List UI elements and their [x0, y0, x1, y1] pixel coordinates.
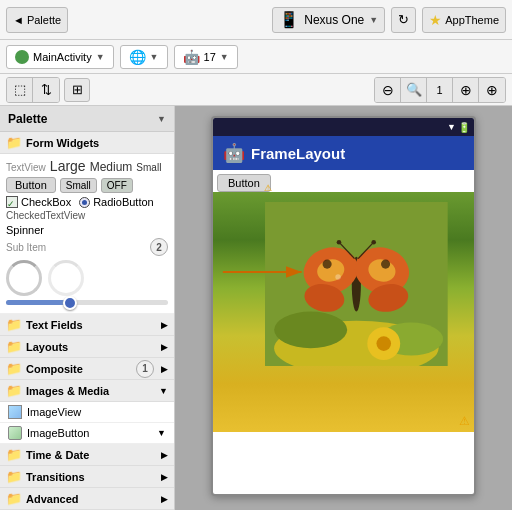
section-form-widgets[interactable]: 📁 Form Widgets [0, 132, 174, 154]
progress-bar-widget [6, 300, 168, 305]
zoom-in-btn[interactable]: ⊕ [479, 78, 505, 102]
svg-point-12 [323, 260, 332, 269]
canvas-button[interactable]: Button ⚠ [217, 174, 271, 192]
android-icon: 🤖 [183, 49, 200, 65]
grid-icon: ⊞ [72, 82, 83, 97]
svg-point-13 [336, 274, 341, 279]
apptheme-btn[interactable]: ★ AppTheme [422, 7, 506, 33]
section-images-media-label: Images & Media [26, 385, 109, 397]
canvas-content: Button ⚠ [213, 170, 474, 492]
back-arrow-icon: ◄ [13, 14, 24, 26]
checkbox-label: CheckBox [21, 196, 71, 208]
apptheme-label: AppTheme [445, 14, 499, 26]
section-advanced[interactable]: 📁 Advanced ▶ [0, 488, 174, 510]
section-images-media[interactable]: 📁 Images & Media ▼ [0, 380, 174, 402]
zoom-out-icon: ⊖ [382, 82, 394, 98]
star-icon: ★ [429, 12, 442, 28]
checked-textview-row: CheckedTextView [6, 210, 168, 221]
globe-icon: 🌐 [129, 49, 146, 65]
zoom-out-btn[interactable]: ⊖ [375, 78, 401, 102]
canvas-area[interactable]: ▼ 🔋 🤖 FrameLayout Button ⚠ [175, 106, 512, 510]
android-version-btn[interactable]: 🤖 17 ▼ [174, 45, 238, 69]
device-name-label: Nexus One [304, 13, 364, 27]
version-dropdown-arrow: ▼ [220, 52, 229, 62]
section-form-widgets-label: Form Widgets [26, 137, 99, 149]
device-statusbar: ▼ 🔋 [213, 118, 474, 136]
radiobutton-label: RadioButton [93, 196, 154, 208]
checkbox-box: ✓ [6, 196, 18, 208]
folder-icon-form: 📁 [6, 135, 22, 150]
sub-item-label: Sub Item [6, 242, 46, 253]
svg-point-2 [274, 312, 347, 349]
rotate-mode-btn[interactable]: ⇅ [33, 78, 59, 102]
section-time-date[interactable]: 📁 Time & Date ▶ [0, 444, 174, 466]
frame-layout-title: FrameLayout [251, 145, 345, 162]
toggle-widget[interactable]: OFF [101, 178, 133, 193]
section-transitions-label: Transitions [26, 471, 85, 483]
layout-mode-group: ⬚ ⇅ [6, 77, 60, 103]
folder-icon-text: 📁 [6, 317, 22, 332]
move-icon: ⬚ [14, 82, 26, 97]
button-widget[interactable]: Button [6, 177, 56, 193]
version-label: 17 [204, 51, 216, 63]
section-composite-label: Composite [26, 363, 83, 375]
folder-icon-transitions: 📁 [6, 469, 22, 484]
canvas-button-label: Button [228, 177, 260, 189]
circle-progress-2-widget [48, 260, 84, 296]
main-area: Palette ▼ 📁 Form Widgets TextView Large … [0, 106, 512, 510]
imagebutton-label: ImageButton [27, 427, 89, 439]
device-dropdown-arrow: ▼ [369, 15, 378, 25]
zoom-in2-btn[interactable]: ⊕ [453, 78, 479, 102]
section-layouts[interactable]: 📁 Layouts ▶ [0, 336, 174, 358]
locale-btn[interactable]: 🌐 ▼ [120, 45, 168, 69]
warning-triangle-image: ⚠ [459, 414, 470, 428]
imageview-item[interactable]: ImageView [0, 402, 174, 423]
radiobutton-widget[interactable]: RadioButton [79, 196, 154, 208]
palette-header-title: Palette [8, 112, 153, 126]
spinner-label: Spinner [6, 224, 44, 236]
activity-dropdown-arrow: ▼ [96, 52, 105, 62]
top-toolbar: ◄ Palette 📱 Nexus One ▼ ↻ ★ AppTheme [0, 0, 512, 40]
checkbox-widget[interactable]: ✓ CheckBox [6, 196, 71, 208]
device-bottom-area [213, 432, 474, 492]
progress-area [6, 260, 168, 305]
large-label: Large [50, 158, 86, 174]
section-advanced-label: Advanced [26, 493, 79, 505]
folder-icon-layouts: 📁 [6, 339, 22, 354]
svg-point-19 [372, 240, 377, 245]
third-toolbar: ⬚ ⇅ ⊞ ⊖ 🔍 1 ⊕ ⊕ [0, 74, 512, 106]
small-button-widget[interactable]: Small [60, 178, 97, 193]
section-time-date-label: Time & Date [26, 449, 89, 461]
advanced-expand-arrow: ▶ [161, 494, 168, 504]
zoom-out2-icon: 🔍 [406, 82, 422, 97]
back-palette-btn[interactable]: ◄ Palette [6, 7, 68, 33]
move-mode-btn[interactable]: ⬚ [7, 78, 33, 102]
signal-icon: ▼ [447, 122, 456, 132]
section-composite[interactable]: 📁 Composite ▶ 1 [0, 358, 174, 380]
composite-expand-arrow: ▶ [161, 364, 168, 374]
section-text-fields[interactable]: 📁 Text Fields ▶ [0, 314, 174, 336]
locale-dropdown-arrow: ▼ [150, 52, 159, 62]
folder-icon-composite: 📁 [6, 361, 22, 376]
activity-label: MainActivity [33, 51, 92, 63]
palette-label: Palette [27, 14, 61, 26]
svg-point-17 [337, 240, 342, 245]
main-activity-btn[interactable]: MainActivity ▼ [6, 45, 114, 69]
section-transitions[interactable]: 📁 Transitions ▶ [0, 466, 174, 488]
palette-scroll[interactable]: 📁 Form Widgets TextView Large Medium Sma… [0, 132, 174, 510]
zoom-group: ⊖ 🔍 1 ⊕ ⊕ [374, 77, 506, 103]
device-frame: ▼ 🔋 🤖 FrameLayout Button ⚠ [211, 116, 476, 496]
radio-button [79, 197, 90, 208]
refresh-btn[interactable]: ↻ [391, 7, 416, 33]
folder-icon-time: 📁 [6, 447, 22, 462]
refresh-icon: ↻ [398, 12, 409, 27]
device-selector-btn[interactable]: 📱 Nexus One ▼ [272, 7, 385, 33]
android-logo-icon: 🤖 [223, 142, 245, 164]
grid-toggle-btn[interactable]: ⊞ [64, 78, 90, 102]
butterfly-svg [265, 202, 448, 366]
zoom-out2-btn[interactable]: 🔍 [401, 78, 427, 102]
zoom-reset-btn[interactable]: 1 [427, 78, 453, 102]
time-expand-arrow: ▶ [161, 450, 168, 460]
imagebutton-item[interactable]: ImageButton ▼ [0, 423, 174, 444]
small-label: Small [136, 162, 161, 173]
